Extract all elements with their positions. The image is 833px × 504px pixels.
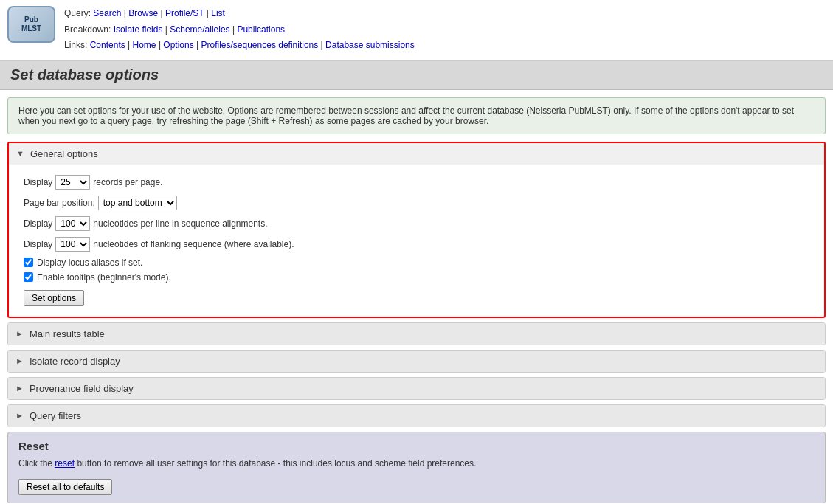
breakdown-label: Breakdown:	[64, 24, 111, 35]
link-home[interactable]: Home	[133, 40, 156, 50]
main-results-header[interactable]: ► Main results table	[8, 323, 825, 345]
query-filters-section: ► Query filters	[7, 404, 826, 427]
main-content: ▼ General options Display 10 25 50 100 2…	[7, 142, 826, 427]
logo-image: PubMLST	[7, 6, 55, 43]
reset-link[interactable]: reset	[55, 458, 75, 469]
locus-aliases-checkbox[interactable]	[24, 258, 33, 267]
breakdown-isolate-link[interactable]: Isolate fields	[114, 24, 163, 35]
general-options-section: ▼ General options Display 10 25 50 100 2…	[7, 142, 826, 318]
locus-aliases-label: Display locus aliases if set.	[37, 258, 142, 268]
nucleotides-line-label: Display	[24, 218, 52, 229]
link-contents[interactable]: Contents	[90, 40, 125, 50]
link-options[interactable]: Options	[163, 40, 193, 50]
link-database-submissions[interactable]: Database submissions	[325, 40, 415, 50]
flanking-suffix: nucleotides of flanking sequence (where …	[93, 239, 294, 249]
isolate-record-header[interactable]: ► Isolate record display	[8, 351, 825, 372]
main-results-section: ► Main results table	[7, 322, 826, 345]
tooltips-checkbox[interactable]	[24, 272, 33, 282]
general-options-arrow: ▼	[16, 149, 24, 158]
breakdown-row: Breakdown: Isolate fields | Scheme/allel…	[64, 22, 415, 38]
query-browse-link[interactable]: Browse	[128, 8, 158, 18]
locus-aliases-row: Display locus aliases if set.	[24, 258, 809, 268]
tooltips-label: Enable tooltips (beginner's mode).	[37, 272, 171, 283]
breakdown-scheme-link[interactable]: Scheme/alleles	[170, 24, 229, 35]
nucleotides-line-select[interactable]: 50 100 150 200	[55, 216, 90, 231]
general-options-header[interactable]: ▼ General options	[9, 143, 824, 165]
general-options-content: Display 10 25 50 100 200 records per pag…	[9, 165, 824, 317]
main-results-arrow: ►	[15, 329, 24, 338]
main-results-title: Main results table	[30, 328, 105, 339]
display-records-row: Display 10 25 50 100 200 records per pag…	[24, 175, 809, 190]
page-bar-label: Page bar position:	[24, 198, 95, 208]
tooltips-row: Enable tooltips (beginner's mode).	[24, 272, 809, 283]
breakdown-publications-link[interactable]: Publications	[237, 24, 285, 35]
general-options-title: General options	[30, 148, 98, 159]
flanking-select[interactable]: 50 100 150 200	[55, 237, 90, 252]
display-records-suffix: records per page.	[93, 177, 162, 187]
reset-description: Click the reset button to remove all use…	[18, 458, 815, 469]
provenance-title: Provenance field display	[30, 383, 134, 394]
query-label: Query:	[64, 8, 91, 18]
provenance-arrow: ►	[15, 384, 24, 393]
link-profiles-sequences[interactable]: Profiles/sequences definitions	[201, 40, 319, 50]
header: PubMLST Query: Search | Browse | Profile…	[0, 0, 833, 61]
page-bar-row: Page bar position: top top and bottom bo…	[24, 196, 809, 210]
nucleotides-line-row: Display 50 100 150 200 nucleotides per l…	[24, 216, 809, 231]
provenance-section: ► Provenance field display	[7, 377, 826, 400]
flanking-row: Display 50 100 150 200 nucleotides of fl…	[24, 237, 809, 252]
query-list-link[interactable]: List	[211, 8, 225, 18]
reset-title: Reset	[18, 440, 815, 452]
query-filters-title: Query filters	[30, 410, 81, 421]
logo-text: PubMLST	[21, 15, 41, 33]
query-search-link[interactable]: Search	[93, 8, 121, 18]
query-filters-arrow: ►	[15, 411, 24, 420]
logo: PubMLST	[7, 6, 55, 43]
provenance-header[interactable]: ► Provenance field display	[8, 378, 825, 399]
page-title: Set database options	[10, 66, 823, 83]
query-filters-header[interactable]: ► Query filters	[8, 405, 825, 427]
header-links: Query: Search | Browse | Profile/ST | Li…	[64, 6, 415, 54]
display-records-select[interactable]: 10 25 50 100 200	[55, 175, 90, 190]
set-options-button[interactable]: Set options	[24, 290, 84, 306]
flanking-label: Display	[24, 239, 52, 249]
query-profilest-link[interactable]: Profile/ST	[165, 8, 204, 18]
display-records-label: Display	[24, 177, 52, 187]
info-box: Here you can set options for your use of…	[7, 97, 826, 134]
isolate-record-title: Isolate record display	[30, 356, 120, 367]
reset-all-button[interactable]: Reset all to defaults	[18, 479, 112, 495]
page-bar-select[interactable]: top top and bottom bottom none	[98, 196, 177, 210]
links-label: Links:	[64, 40, 87, 50]
page-title-bar: Set database options	[0, 61, 833, 90]
info-text: Here you can set options for your use of…	[18, 106, 815, 126]
links-row: Links: Contents | Home | Options | Profi…	[64, 38, 415, 54]
reset-section: Reset Click the reset button to remove a…	[7, 432, 826, 503]
isolate-record-arrow: ►	[15, 356, 24, 365]
query-row: Query: Search | Browse | Profile/ST | Li…	[64, 6, 415, 22]
nucleotides-line-suffix: nucleotides per line in sequence alignme…	[93, 218, 267, 229]
isolate-record-section: ► Isolate record display	[7, 350, 826, 373]
